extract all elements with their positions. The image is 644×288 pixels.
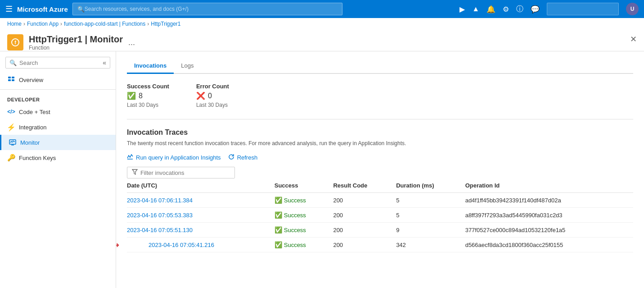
settings-icon[interactable]: ⚙ xyxy=(503,5,509,14)
hamburger-icon[interactable]: ☰ xyxy=(5,4,13,14)
result-code-cell: 200 xyxy=(333,208,396,223)
sidebar-search-icon: 🔍 xyxy=(9,59,17,66)
success-check-icon: ✅ xyxy=(275,197,282,204)
date-cell[interactable]: 2023-04-16 07:05:53.383 xyxy=(127,208,275,223)
col-result-code: Result Code xyxy=(333,178,396,193)
sidebar-item-monitor-label: Monitor xyxy=(20,139,40,146)
sidebar-item-code-test-label: Code + Test xyxy=(19,109,50,115)
date-cell[interactable]: 2023-04-16 07:06:11.384 xyxy=(127,193,275,208)
sidebar-collapse-icon[interactable]: « xyxy=(103,59,106,66)
duration-cell: 9 xyxy=(396,223,465,238)
duration-cell: 5 xyxy=(396,193,465,208)
sidebar: 🔍 « Overview Developer </> Code + Test ⚡… xyxy=(0,51,116,288)
success-check-icon: ✅ xyxy=(127,91,136,100)
duration-cell: 342 xyxy=(396,238,465,252)
sidebar-item-integration[interactable]: ⚡ Integration xyxy=(0,119,116,135)
date-cell[interactable]: ➜ 2023-04-16 07:05:41.216 xyxy=(127,238,275,252)
breadcrumb-httptrigger[interactable]: HttpTrigger1 xyxy=(151,21,180,27)
topbar-actions: ▶ ▲ 🔔 ⚙ ⓘ 💬 U xyxy=(459,3,639,15)
success-cell: ✅ Success xyxy=(275,223,333,238)
run-query-icon xyxy=(127,154,133,161)
filter-box[interactable] xyxy=(127,167,235,178)
svg-marker-8 xyxy=(132,169,137,174)
svg-rect-7 xyxy=(11,145,14,146)
error-count-number: 0 xyxy=(208,92,212,100)
sidebar-search-input[interactable] xyxy=(19,59,100,66)
invocations-table: Date (UTC) Success Result Code Duration … xyxy=(127,178,633,252)
sidebar-item-function-keys-label: Function Keys xyxy=(19,155,56,161)
tab-logs[interactable]: Logs xyxy=(174,59,201,74)
page-header: f HttpTrigger1 | Monitor Function ... ✕ xyxy=(0,30,644,51)
terminal-icon[interactable]: ▶ xyxy=(459,5,465,14)
close-button[interactable]: ✕ xyxy=(630,34,637,44)
key-icon: 🔑 xyxy=(7,154,15,162)
topbar: ☰ Microsoft Azure 🔍 ▶ ▲ 🔔 ⚙ ⓘ 💬 U xyxy=(0,0,644,18)
duration-cell: 5 xyxy=(396,208,465,223)
sidebar-item-code-test[interactable]: </> Code + Test xyxy=(0,104,116,119)
success-text: Success xyxy=(284,212,306,219)
sidebar-item-function-keys[interactable]: 🔑 Function Keys xyxy=(0,150,116,165)
table-row: 2023-04-16 07:05:51.130 ✅ Success 200 9 … xyxy=(127,223,633,238)
error-count-label: Error Count xyxy=(196,83,229,90)
sidebar-search-box[interactable]: 🔍 « xyxy=(5,57,110,69)
svg-rect-5 xyxy=(12,79,14,81)
success-check-icon: ✅ xyxy=(275,241,282,248)
page-header-text: HttpTrigger1 | Monitor Function xyxy=(29,34,123,51)
success-count-number: 8 xyxy=(139,92,143,100)
function-icon: f xyxy=(7,34,23,50)
error-count-block: Error Count ❌ 0 Last 30 Days xyxy=(196,83,229,108)
more-options-button[interactable]: ... xyxy=(128,38,135,47)
run-query-button[interactable]: Run query in Application Insights xyxy=(127,154,221,161)
col-date: Date (UTC) xyxy=(127,178,275,193)
bell-icon[interactable]: 🔔 xyxy=(486,5,495,14)
breadcrumb-functions[interactable]: function-app-cold-start | Functions xyxy=(64,21,145,27)
refresh-label: Refresh xyxy=(237,154,258,161)
content-area: Invocations Logs Success Count ✅ 8 Last … xyxy=(116,51,644,288)
page-subtitle: Function xyxy=(29,45,123,51)
page-title: HttpTrigger1 | Monitor xyxy=(29,34,123,45)
global-search-box[interactable]: 🔍 xyxy=(72,3,342,15)
success-text: Success xyxy=(284,242,306,248)
success-count-block: Success Count ✅ 8 Last 30 Days xyxy=(127,83,169,108)
success-text: Success xyxy=(284,197,306,204)
help-icon[interactable]: ⓘ xyxy=(516,5,523,14)
success-cell: ✅ Success xyxy=(275,193,333,208)
refresh-icon xyxy=(228,154,234,161)
breadcrumb-home[interactable]: Home xyxy=(7,21,22,27)
code-icon: </> xyxy=(7,108,15,116)
col-operation-id: Operation Id xyxy=(465,178,633,193)
operation-id-cell: 377f0527ce000c894ad10532120fe1a5 xyxy=(465,223,633,238)
run-query-label: Run query in Application Insights xyxy=(136,154,221,161)
col-success: Success xyxy=(275,178,333,193)
table-row: ➜ 2023-04-16 07:05:41.216 ✅ Success 200 … xyxy=(127,238,633,252)
sidebar-divider xyxy=(0,89,116,90)
operation-id-cell: ad4f1ff45bb39423391f140df487d02a xyxy=(465,193,633,208)
success-check-icon: ✅ xyxy=(275,226,282,233)
invocation-traces-title: Invocation Traces xyxy=(127,128,633,137)
breadcrumb-function-app[interactable]: Function App xyxy=(27,21,59,27)
filter-icon xyxy=(132,169,138,176)
success-check-icon: ✅ xyxy=(275,211,282,219)
error-x-icon: ❌ xyxy=(196,91,205,100)
result-code-cell: 200 xyxy=(333,238,396,252)
date-cell[interactable]: 2023-04-16 07:05:51.130 xyxy=(127,223,275,238)
feedback-icon[interactable]: 💬 xyxy=(531,5,540,14)
tab-invocations[interactable]: Invocations xyxy=(127,59,174,74)
cloud-upload-icon[interactable]: ▲ xyxy=(472,5,479,13)
directory-search[interactable] xyxy=(547,3,619,15)
svg-rect-2 xyxy=(8,77,11,78)
user-avatar[interactable]: U xyxy=(626,3,639,15)
global-search-input[interactable] xyxy=(85,6,338,12)
azure-logo: Microsoft Azure xyxy=(17,5,68,13)
refresh-button[interactable]: Refresh xyxy=(228,154,258,161)
svg-rect-4 xyxy=(8,79,11,81)
sidebar-item-monitor[interactable]: Monitor xyxy=(0,135,116,150)
svg-text:f: f xyxy=(14,40,16,45)
success-text: Success xyxy=(284,227,306,233)
table-row: 2023-04-16 07:06:11.384 ✅ Success 200 5 … xyxy=(127,193,633,208)
search-icon: 🔍 xyxy=(77,6,85,13)
success-cell: ✅ Success xyxy=(275,238,333,252)
table-row: 2023-04-16 07:05:53.383 ✅ Success 200 5 … xyxy=(127,208,633,223)
sidebar-item-overview[interactable]: Overview xyxy=(0,72,116,87)
filter-input[interactable] xyxy=(140,169,230,176)
